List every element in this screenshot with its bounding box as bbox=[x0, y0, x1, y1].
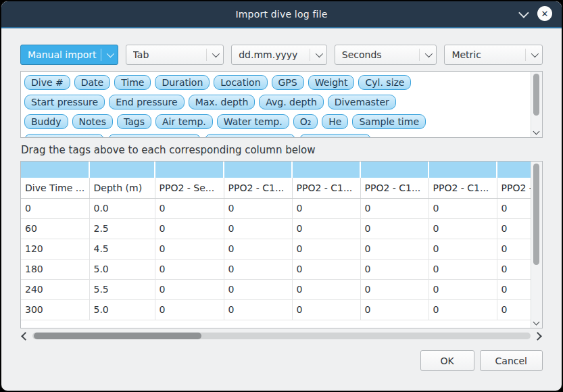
column-drop-zone[interactable] bbox=[429, 162, 497, 178]
table-row: 1204.5000000 bbox=[21, 239, 531, 259]
tag-pill[interactable]: Max. depth bbox=[189, 95, 255, 109]
scroll-left-icon[interactable] bbox=[21, 332, 30, 341]
tag-row: Sample depthSample pressureSample setpoi… bbox=[22, 131, 529, 137]
table-cell: 0 bbox=[429, 239, 497, 259]
tag-pill[interactable]: Date bbox=[74, 75, 110, 90]
table-horizontal-scrollbar[interactable] bbox=[20, 330, 543, 341]
preview-table: Dive Time ...Depth (m)PPO2 - Se...PPO2 -… bbox=[21, 162, 531, 320]
table-cell: 2.5 bbox=[89, 218, 155, 239]
table-cell: 0 bbox=[497, 279, 531, 299]
tag-pill[interactable]: Dive # bbox=[24, 75, 70, 90]
tag-pill[interactable]: End pressure bbox=[109, 95, 185, 109]
tag-pill[interactable]: Divemaster bbox=[328, 95, 396, 109]
tag-pill[interactable]: Notes bbox=[72, 114, 113, 129]
tag-pill[interactable]: Tags bbox=[117, 114, 151, 129]
table-cell: 0 bbox=[224, 218, 292, 239]
table-cell: 0 bbox=[429, 279, 497, 299]
column-header: PPO2 - C1... bbox=[497, 178, 531, 198]
table-cell: 300 bbox=[21, 299, 89, 320]
preview-table-wrap: Dive Time ...Depth (m)PPO2 - Se...PPO2 -… bbox=[20, 161, 543, 328]
tag-pill[interactable]: Avg. depth bbox=[259, 95, 324, 109]
titlebar: Import dive log file ✕ bbox=[1, 1, 562, 28]
table-cell: 0 bbox=[360, 259, 429, 279]
titlebar-chevron-down-icon[interactable] bbox=[518, 7, 529, 18]
hscroll-thumb[interactable] bbox=[34, 333, 201, 339]
tag-pill[interactable]: Cyl. size bbox=[358, 75, 411, 90]
table-cell: 0 bbox=[497, 299, 531, 320]
column-header: PPO2 - C1... bbox=[292, 178, 360, 198]
chevron-down-icon bbox=[106, 50, 114, 57]
header-row: Dive Time ...Depth (m)PPO2 - Se...PPO2 -… bbox=[21, 178, 531, 198]
dropdown-value: Manual import bbox=[28, 49, 98, 60]
column-drop-zone[interactable] bbox=[224, 162, 292, 178]
column-drop-zone[interactable] bbox=[155, 162, 224, 178]
scroll-right-icon[interactable] bbox=[533, 332, 542, 341]
table-scroll-down-icon[interactable] bbox=[533, 319, 540, 326]
column-drop-zone[interactable] bbox=[497, 162, 531, 178]
table-cell: 0 bbox=[292, 198, 360, 218]
tags-scroll-down-icon[interactable] bbox=[533, 128, 540, 135]
tag-pill[interactable]: Sample pressure bbox=[108, 134, 201, 138]
tag-pill[interactable]: Sample setpoint bbox=[205, 134, 295, 138]
table-cell: 0 bbox=[155, 198, 224, 218]
tag-pill[interactable]: Sample depth bbox=[24, 134, 104, 138]
column-header: PPO2 - C1... bbox=[224, 178, 292, 198]
tag-pill[interactable]: O₂ bbox=[293, 114, 318, 129]
column-header: Depth (m) bbox=[89, 178, 155, 198]
column-header: PPO2 - C1... bbox=[429, 178, 497, 198]
table-vertical-scrollbar[interactable] bbox=[531, 162, 542, 328]
tag-row: BuddyNotesTagsAir temp.Water temp.O₂HeSa… bbox=[22, 112, 529, 131]
table-row: 2405.5000000 bbox=[21, 279, 531, 299]
tag-pill[interactable]: Start pressure bbox=[24, 95, 105, 109]
tag-pill[interactable]: Water temp. bbox=[217, 114, 289, 129]
dropdown-value: Metric bbox=[451, 49, 522, 60]
tag-pill[interactable]: He bbox=[322, 114, 348, 129]
table-cell: 0 bbox=[224, 198, 292, 218]
table-cell: 5.5 bbox=[89, 279, 155, 299]
table-cell: 0 bbox=[497, 239, 531, 259]
column-drop-zone[interactable] bbox=[292, 162, 360, 178]
column-drop-zone[interactable] bbox=[360, 162, 429, 178]
column-drop-zone[interactable] bbox=[21, 162, 89, 178]
tag-row: Dive #DateTimeDurationLocationGPSWeightC… bbox=[22, 72, 529, 92]
tag-pill[interactable]: Buddy bbox=[24, 114, 68, 129]
column-drop-zone[interactable] bbox=[89, 162, 155, 178]
table-scrollbar-thumb[interactable] bbox=[533, 164, 539, 265]
cancel-button[interactable]: Cancel bbox=[480, 350, 543, 371]
table-cell: 5.0 bbox=[89, 299, 155, 320]
hscroll-track[interactable] bbox=[32, 333, 531, 339]
table-row: 3005.0000000 bbox=[21, 299, 531, 320]
dropdown[interactable]: dd.mm.yyyy bbox=[231, 45, 327, 65]
tag-pill[interactable]: Weight bbox=[308, 75, 355, 90]
dropdown-separator bbox=[310, 49, 310, 61]
tag-pill[interactable]: Sample CNS bbox=[299, 134, 371, 138]
dropdown[interactable]: Tab bbox=[126, 45, 224, 65]
table-cell: 0 bbox=[360, 198, 429, 218]
table-cell: 0 bbox=[429, 198, 497, 218]
tags-vertical-scrollbar[interactable] bbox=[531, 72, 542, 137]
close-button[interactable]: ✕ bbox=[537, 6, 552, 21]
ok-button[interactable]: OK bbox=[420, 350, 474, 371]
table-row: 00.0000000 bbox=[21, 198, 531, 218]
import-dialog: Import dive log file ✕ Manual importTabd… bbox=[1, 1, 562, 391]
table-row: 1805.0000000 bbox=[21, 259, 531, 279]
table-cell: 0.0 bbox=[89, 198, 155, 218]
table-cell: 0 bbox=[429, 299, 497, 320]
tag-pill[interactable]: Location bbox=[214, 75, 267, 90]
tag-pill[interactable]: Time bbox=[114, 75, 151, 90]
chevron-down-icon bbox=[212, 50, 220, 57]
tag-pill[interactable]: Duration bbox=[155, 75, 210, 90]
chevron-down-icon bbox=[531, 50, 539, 57]
dialog-content: Manual importTabdd.mm.yyyySecondsMetric … bbox=[1, 28, 562, 391]
dropdown[interactable]: Metric bbox=[444, 45, 543, 65]
tag-pill[interactable]: Air temp. bbox=[155, 114, 213, 129]
table-cell: 0 bbox=[292, 218, 360, 239]
dropdown[interactable]: Seconds bbox=[335, 45, 437, 65]
tags-scrollbar-thumb[interactable] bbox=[533, 74, 539, 116]
table-cell: 0 bbox=[292, 299, 360, 320]
dropdown[interactable]: Manual import bbox=[20, 45, 118, 65]
tag-pill[interactable]: Sample time bbox=[352, 114, 426, 129]
table-cell: 0 bbox=[292, 239, 360, 259]
chevron-down-icon bbox=[425, 50, 433, 57]
tag-pill[interactable]: GPS bbox=[272, 75, 304, 90]
